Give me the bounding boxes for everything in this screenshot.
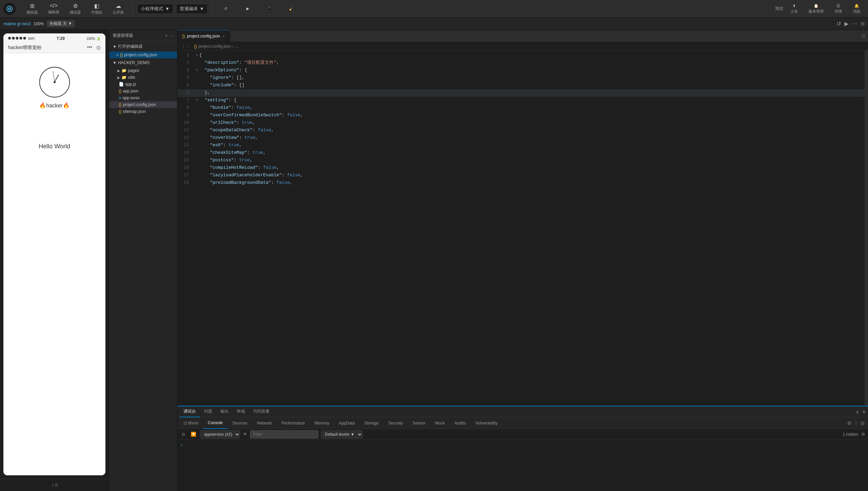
realdevice-btn[interactable]: 📱 [260, 5, 279, 12]
project-chevron: ▼ [113, 60, 117, 65]
console-clear-btn[interactable]: ⊘ [180, 431, 187, 437]
devtools-settings-icon[interactable]: ⚙ [847, 420, 852, 426]
folder-pages[interactable]: ▶ 📁 pages [109, 67, 177, 74]
right-panel: 资源管理器 + ⋯ ▼ 打开的编辑器 ✕ {} project.config.j… [109, 30, 868, 491]
clock-hand-long [53, 71, 55, 82]
phone-more-icon[interactable]: ••• [87, 44, 92, 51]
app-js-icon: 📄 [119, 82, 124, 87]
open-editors-section[interactable]: ▼ 打开的编辑器 [109, 42, 177, 51]
hot-reload-btn[interactable]: 热截载 关 ▼ [47, 20, 75, 27]
code-line-1: 1 ▼ { [177, 52, 868, 59]
tab-output[interactable]: 输出 [216, 406, 233, 417]
breadcrumb-back-btn[interactable]: ‹ [182, 44, 185, 49]
simulator-icon: ⊞ [30, 3, 34, 9]
devtools-tab-security[interactable]: Security [384, 417, 408, 429]
folder-utils[interactable]: ▶ 📁 utils [109, 74, 177, 81]
play-small-icon[interactable]: ▶ [844, 20, 849, 27]
tab-debug[interactable]: 调试台 [179, 406, 200, 417]
collapse-icon[interactable]: ⋯ [170, 33, 174, 38]
console-settings-icon[interactable]: ⚙ [861, 432, 865, 437]
details-btn[interactable]: ☰ 详情 [830, 2, 846, 15]
devtools-tab-mock[interactable]: Mock [430, 417, 450, 429]
panel-collapse-icon[interactable]: ∧ [856, 409, 859, 415]
phone-battery: 100% 🔋 [86, 37, 101, 41]
phone-status-bar: WiFi 7:29 100% 🔋 [3, 33, 105, 42]
secondary-left: realme gt neo3 100% 热截载 关 ▼ [3, 20, 75, 27]
toolbar-visualize-btn[interactable]: ◧ 可视化 [86, 1, 107, 16]
file-sitemap[interactable]: {} sitemap.json [109, 108, 177, 115]
version-btn[interactable]: 📋 版本管理 [805, 2, 828, 15]
explorer-title: 资源管理器 [113, 33, 133, 39]
devtools-tab-sources[interactable]: Sources [228, 417, 252, 429]
preview-play-btn[interactable]: ▶ [238, 5, 257, 12]
toolbar-simulator-label: 模拟器 [27, 10, 38, 15]
devtools-actions: ⚙ ⋮ ⊟ [847, 420, 867, 426]
devtools-tab-vulnerability[interactable]: Vulnerability [471, 417, 502, 429]
split-view-icon[interactable]: ⊟ [861, 21, 865, 26]
file-project-config[interactable]: {} project.config.json [109, 101, 177, 108]
devtools-tab-wxml[interactable]: ⊡ Wxml [179, 417, 203, 429]
panel-close-icon[interactable]: ✕ [862, 409, 866, 415]
clearcache-icon: 🧹 [289, 6, 294, 11]
toolbar-cloud-btn[interactable]: ☁ 云开发 [108, 1, 129, 16]
visualize-icon: ◧ [94, 3, 99, 9]
bottom-panel: 调试台 问题 输出 终端 代码质量 [177, 406, 868, 491]
service-select[interactable]: appservice (#2) [200, 430, 240, 438]
breadcrumb-forward-btn[interactable]: › [186, 44, 190, 49]
upload-label: 上传 [790, 9, 798, 14]
code-lines: 1 ▼ { 2 "description": "项目配置文件", 3 [177, 50, 868, 188]
tab-file-name: project.config.json [187, 34, 220, 39]
toolbar-editor-btn[interactable]: </> 编辑器 [43, 1, 64, 16]
tab-terminal[interactable]: 终端 [233, 406, 249, 417]
compile-dropdown[interactable]: 普通编译 ▼ [176, 4, 208, 14]
devtools-tab-appdata[interactable]: AppData [334, 417, 360, 429]
svg-point-1 [9, 8, 11, 10]
devtools-more-icon[interactable]: ⋮ [854, 420, 858, 426]
tab-problem[interactable]: 问题 [200, 406, 216, 417]
file-app-json[interactable]: {} app.json [109, 88, 177, 94]
upload-btn[interactable]: ⬆ 上传 [786, 2, 802, 15]
simulator-panel: WiFi 7:29 100% 🔋 hacker喂喂宠粉 ••• ⊙ [0, 30, 109, 491]
file-close-icon[interactable]: ✕ [116, 53, 119, 57]
code-editor[interactable]: 1 ▼ { 2 "description": "项目配置文件", 3 [177, 50, 868, 406]
file-app-js[interactable]: 📄 app.js [109, 81, 177, 88]
console-prompt[interactable]: › [180, 443, 865, 448]
message-btn[interactable]: 🔔 消息 [849, 2, 865, 15]
refresh-small-icon[interactable]: ↺ [837, 20, 841, 27]
tab-codequality[interactable]: 代码质量 [249, 406, 274, 417]
code-line-17: 17 "lazyloadPlaceholderEnable": false, [177, 172, 868, 179]
phone-record-icon[interactable]: ⊙ [96, 44, 101, 51]
clear-cache-btn[interactable]: 🧹 [282, 5, 301, 12]
console-filter-toggle-btn[interactable]: 🔽 [189, 431, 198, 437]
code-line-16: 16 "compileHotReLoad": false, [177, 164, 868, 172]
devtools-tab-storage[interactable]: Storage [360, 417, 384, 429]
mode-dropdown[interactable]: 小程序模式 ▼ [137, 4, 173, 14]
clock-center [54, 81, 56, 83]
editor-tab-project-config[interactable]: {} project.config.json ✕ [177, 30, 230, 42]
tab-close-btn[interactable]: ✕ [222, 34, 225, 38]
devtools-dock-icon[interactable]: ⊟ [860, 420, 865, 426]
project-section[interactable]: ▼ HACKER_DEMO [109, 58, 177, 67]
devtools-tab-sensor[interactable]: Sensor [408, 417, 430, 429]
open-file-project-config[interactable]: ✕ {} project.config.json [109, 51, 177, 58]
split-editor-icon[interactable]: ⊟ [862, 33, 865, 39]
devtools-tab-memory[interactable]: Memory [310, 417, 334, 429]
toolbar-simulator-btn[interactable]: ⊞ 模拟器 [22, 1, 43, 16]
toolbar-editor-label: 编辑器 [48, 10, 59, 15]
devtools-tab-console[interactable]: Console [203, 417, 228, 429]
devtools-tab-audits[interactable]: Audits [450, 417, 471, 429]
toolbar-debugger-btn[interactable]: ⚙ 调试器 [65, 1, 86, 16]
devtools-tabs-bar: ⊡ Wxml Console Sources Network [177, 417, 868, 429]
add-file-icon[interactable]: + [165, 33, 168, 38]
tab-file-icon: {} [182, 34, 185, 39]
console-filter-input[interactable] [250, 430, 318, 438]
file-app-wxss[interactable]: ≡ app.wxss [109, 94, 177, 101]
devtools-tab-network[interactable]: Network [252, 417, 277, 429]
level-select[interactable]: Default levels ▼ [321, 430, 363, 438]
service-eye-icon[interactable]: 👁 [243, 432, 247, 437]
refresh-btn[interactable]: ↺ [216, 5, 235, 12]
code-line-2: 2 "description": "项目配置文件", [177, 59, 868, 67]
breadcrumb: ‹ › {} project.config.json › ... [177, 42, 868, 50]
devtools-tab-performance[interactable]: Performance [277, 417, 310, 429]
more-icon[interactable]: ⋯ [852, 20, 857, 27]
